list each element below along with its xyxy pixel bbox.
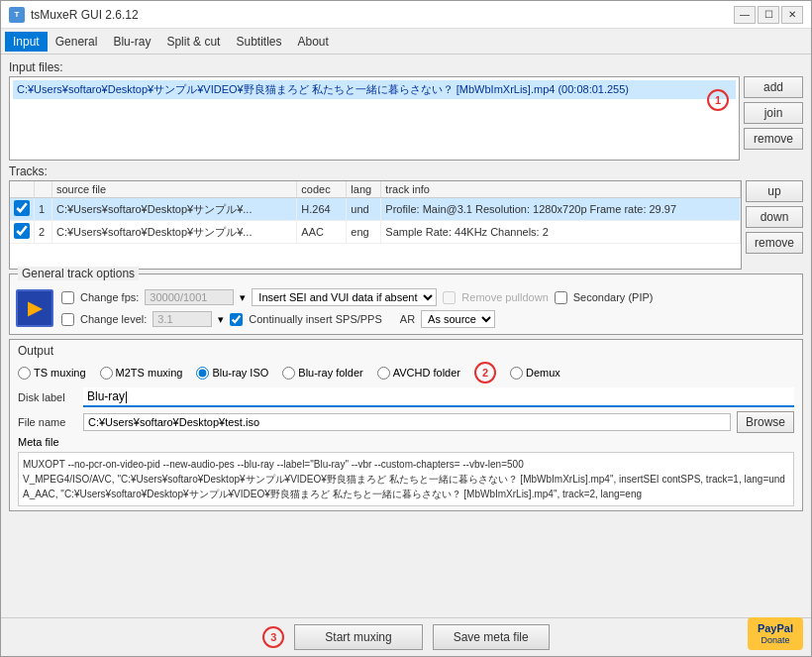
file-name-input[interactable] (83, 413, 731, 431)
radio-demux[interactable]: Demux (510, 367, 560, 380)
table-row[interactable]: 2 C:¥Users¥softaro¥Desktop¥サンプル¥... AAC … (10, 221, 740, 244)
title-controls: — ☐ ✕ (734, 6, 803, 24)
close-button[interactable]: ✕ (781, 6, 803, 24)
save-meta-button[interactable]: Save meta file (433, 624, 550, 650)
remove-pulldown-label: Remove pulldown (461, 291, 548, 303)
radio-avchd-input[interactable] (377, 367, 390, 380)
radio-ts[interactable]: TS muxing (18, 367, 86, 380)
radio-demux-input[interactable] (510, 367, 523, 380)
input-file-item[interactable]: C:¥Users¥softaro¥Desktop¥サンプル¥VIDEO¥野良猫ま… (13, 80, 736, 99)
remove-pulldown-checkbox[interactable] (443, 291, 456, 304)
output-title: Output (18, 344, 794, 358)
bottom-bar: 3 Start muxing Save meta file PayPal Don… (1, 617, 811, 656)
col-check (10, 181, 35, 198)
paypal-donate-button[interactable]: PayPal Donate (748, 617, 803, 650)
tracks-buttons: up down remove (746, 180, 803, 270)
continually-insert-checkbox[interactable] (230, 313, 243, 326)
radio-ts-input[interactable] (18, 367, 31, 380)
radio-avchd[interactable]: AVCHD folder (377, 367, 460, 380)
track-checkbox-cell-2[interactable] (10, 221, 35, 244)
general-options-panel: General track options ▶ Change fps: ▾ In… (9, 274, 803, 335)
radio-bluray-iso[interactable]: Blu-ray ISO (196, 367, 268, 380)
col-info: track info (381, 181, 741, 198)
track-info-2: Sample Rate: 44KHz Channels: 2 (381, 221, 741, 244)
change-fps-checkbox[interactable] (61, 291, 74, 304)
sei-select[interactable]: Insert SEI and VUI data if absent (252, 288, 437, 306)
disk-label-input[interactable] (83, 387, 794, 407)
annotation-circle-3: 3 (262, 626, 284, 648)
menu-item-general[interactable]: General (48, 32, 106, 52)
app-icon: T (9, 7, 25, 23)
options-inner: ▶ Change fps: ▾ Insert SEI and VUI data … (16, 288, 796, 328)
main-content: Input files: C:¥Users¥softaro¥Desktop¥サン… (1, 55, 811, 617)
tracks-label: Tracks: (9, 164, 803, 178)
change-fps-label: Change fps: (80, 291, 139, 303)
main-window: T tsMuxeR GUI 2.6.12 — ☐ ✕ Input General… (0, 0, 812, 657)
radio-m2ts-input[interactable] (100, 367, 113, 380)
menu-item-split[interactable]: Split & cut (158, 32, 228, 52)
fps-input[interactable] (145, 289, 234, 305)
menu-item-subtitles[interactable]: Subtitles (228, 32, 289, 52)
change-level-checkbox[interactable] (61, 313, 74, 326)
radio-bluray-folder-label: Blu-ray folder (298, 367, 362, 379)
tracks-remove-button[interactable]: remove (746, 232, 803, 254)
radio-demux-label: Demux (526, 367, 560, 379)
level-input[interactable] (152, 311, 212, 327)
menu-item-about[interactable]: About (289, 32, 336, 52)
track-lang-2: eng (347, 221, 381, 244)
options-rows: Change fps: ▾ Insert SEI and VUI data if… (61, 288, 653, 328)
radio-bluray-folder-input[interactable] (282, 367, 295, 380)
radio-m2ts-label: M2TS muxing (116, 367, 183, 379)
meta-file-box: MUXOPT --no-pcr-on-video-pid --new-audio… (18, 452, 794, 506)
join-button[interactable]: join (744, 102, 803, 124)
paypal-donate-label: Donate (761, 635, 789, 645)
track-lang-1: und (347, 198, 381, 221)
output-section: Output TS muxing M2TS muxing Blu-ray ISO… (9, 339, 803, 511)
menu-item-input[interactable]: Input (5, 32, 48, 52)
radio-avchd-label: AVCHD folder (393, 367, 460, 379)
radio-m2ts[interactable]: M2TS muxing (100, 367, 183, 380)
track-codec-2: AAC (297, 221, 347, 244)
remove-button[interactable]: remove (744, 128, 803, 150)
radio-bluray-iso-input[interactable] (196, 367, 209, 380)
file-name-text: File name (18, 416, 77, 428)
track-checkbox-1[interactable] (14, 200, 30, 216)
menu-item-bluray[interactable]: Blu-ray (105, 32, 158, 52)
level-line: Change level: ▾ Continually insert SPS/P… (61, 310, 653, 328)
track-codec-1: H.264 (297, 198, 347, 221)
track-source-2: C:¥Users¥softaro¥Desktop¥サンプル¥... (52, 221, 297, 244)
start-muxing-button[interactable]: Start muxing (294, 624, 422, 650)
tracks-section: Tracks: source file codec lang track inf… (9, 164, 803, 270)
fps-line: Change fps: ▾ Insert SEI and VUI data if… (61, 288, 653, 306)
tracks-table: source file codec lang track info 1 C:¥U… (10, 181, 741, 244)
tracks-box: source file codec lang track info 1 C:¥U… (9, 180, 742, 270)
minimize-button[interactable]: — (734, 6, 756, 24)
track-info-1: Profile: Main@3.1 Resolution: 1280x720p … (381, 198, 741, 221)
add-button[interactable]: add (744, 76, 803, 98)
maximize-button[interactable]: ☐ (758, 6, 779, 24)
menu-bar: Input General Blu-ray Split & cut Subtit… (1, 29, 811, 55)
fps-dropdown-arrow: ▾ (240, 291, 246, 304)
col-lang: lang (347, 181, 381, 198)
input-buttons: add join remove (744, 76, 803, 161)
col-num (35, 181, 52, 198)
up-button[interactable]: up (746, 180, 803, 202)
track-num-1: 1 (35, 198, 52, 221)
track-checkbox-2[interactable] (14, 223, 30, 239)
file-name-row: File name Browse (18, 411, 794, 433)
table-row[interactable]: 1 C:¥Users¥softaro¥Desktop¥サンプル¥... H.26… (10, 198, 740, 221)
col-codec: codec (297, 181, 347, 198)
track-num-2: 2 (35, 221, 52, 244)
secondary-label: Secondary (PIP) (573, 291, 654, 303)
secondary-checkbox[interactable] (555, 291, 567, 304)
title-bar: T tsMuxeR GUI 2.6.12 — ☐ ✕ (1, 1, 811, 29)
input-files-box: C:¥Users¥softaro¥Desktop¥サンプル¥VIDEO¥野良猫ま… (9, 76, 740, 161)
track-checkbox-cell[interactable] (10, 198, 35, 221)
browse-button[interactable]: Browse (737, 411, 794, 433)
down-button[interactable]: down (746, 206, 803, 228)
disk-label-text: Disk label (18, 391, 77, 403)
video-thumbnail: ▶ (16, 289, 53, 327)
annotation-circle-1: 1 (707, 89, 729, 111)
ar-select[interactable]: As source (421, 310, 495, 328)
radio-bluray-folder[interactable]: Blu-ray folder (282, 367, 362, 380)
